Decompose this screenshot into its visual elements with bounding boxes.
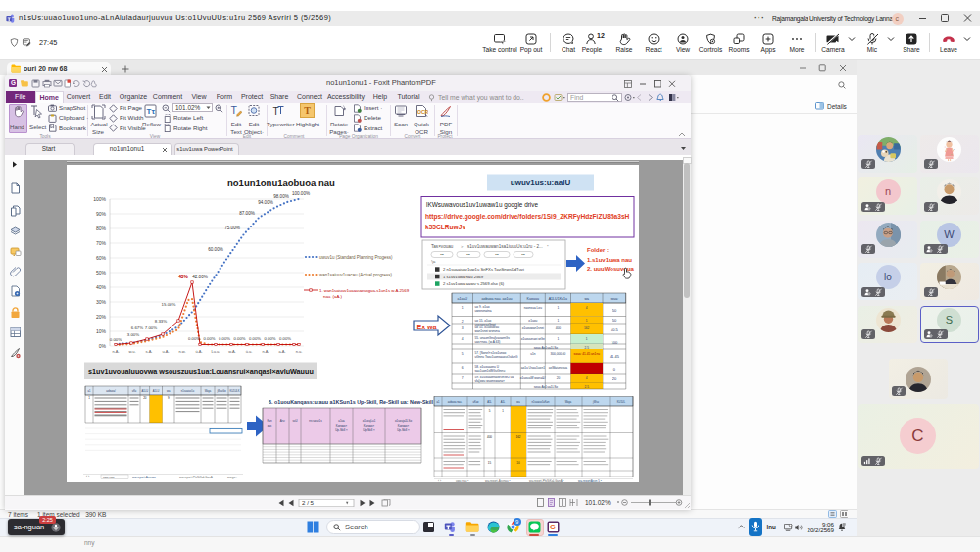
svg-text:n.w.: n.w. <box>178 349 185 354</box>
svg-text:k55CLRuwJv: k55CLRuwJv <box>425 224 466 230</box>
svg-text:a.A.: a.A. <box>278 349 285 354</box>
svg-text:3.00%: 3.00% <box>127 332 140 337</box>
svg-text:T: T <box>231 104 238 116</box>
svg-text:162: 162 <box>515 435 520 439</box>
svg-text:Aru:: Aru: <box>280 419 285 423</box>
svg-text:o1uouaW wana&#: o1uouaW wana&# <box>520 376 546 380</box>
svg-text:Kanqas×: Kanqas× <box>398 424 410 427</box>
svg-text:A1L: A1L <box>487 400 492 404</box>
svg-text:20%: 20% <box>96 314 107 320</box>
svg-text:w.A.: w.A. <box>228 349 236 354</box>
svg-text:uKuo: uKuo <box>472 400 479 404</box>
svg-text:ns:uoun1s: ns:uoun1s <box>309 419 322 423</box>
svg-text:30%: 30% <box>96 299 107 305</box>
svg-text:400: 400 <box>556 326 562 330</box>
svg-text:20: 20 <box>143 396 147 400</box>
svg-text:lKWsuwavous1uv1uwaw1u google d: lKWsuwavous1uv1uwaw1u google drive <box>426 201 538 209</box>
svg-text:n.A.: n.A. <box>262 349 269 354</box>
svg-text:nau. (aA.): nau. (aA.) <box>323 294 342 299</box>
svg-text:70%: 70% <box>96 240 107 246</box>
svg-text:41.45: 41.45 <box>610 354 620 359</box>
svg-text:101.02%: 101.02% <box>585 499 611 506</box>
svg-text:uwuv1u (Standard Planning Prog: uwuv1u (Standard Planning Progess) <box>319 255 393 260</box>
svg-text:Tas×vouau: Tas×vouau <box>431 244 454 249</box>
svg-text:s.A.: s.A. <box>146 349 153 354</box>
svg-text:2 s1uv1uwa aawu·s 2569.xlsx (: 2 s1uv1uwa aawu·s 2569.xlsx (6) <box>443 281 505 286</box>
svg-text:o1uouunaei wGe: o1uouunaei wGe <box>521 337 545 341</box>
svg-text:Waya: Waya <box>205 389 212 393</box>
svg-text:3: 3 <box>462 326 464 330</box>
svg-text:300,000.00: 300,000.00 <box>550 352 565 356</box>
svg-text:OCR: OCR <box>417 109 428 115</box>
svg-text:Kuouuu: Kuouuu <box>527 297 539 301</box>
svg-text:75.00%: 75.00% <box>224 226 240 230</box>
svg-text:ü.u.: ü.u. <box>246 349 253 354</box>
svg-text:15.00%: 15.00% <box>162 302 176 307</box>
svg-text:a1ua: a1ua <box>338 419 345 423</box>
svg-text:vuU: vuU <box>292 419 297 423</box>
svg-text:1: 1 <box>586 319 588 323</box>
svg-text:A1LU: A1LU <box>153 389 160 393</box>
svg-text:vla[owu wuonswana×: vla[owu wuonswana× <box>475 379 506 383</box>
svg-text:4: 4 <box>462 337 464 341</box>
svg-text:wa: wa <box>516 401 520 404</box>
svg-text:100.00%: 100.00% <box>292 191 310 196</box>
svg-text:8.33%: 8.33% <box>155 319 168 324</box>
svg-text:n1suaiuv1uKan: n1suaiuv1uKan <box>532 400 550 404</box>
svg-text:0.00%: 0.00% <box>204 336 216 341</box>
svg-text:40.5: 40.5 <box>611 327 619 332</box>
svg-text:1: 1 <box>462 306 464 310</box>
svg-text:wa-report-PhiSiKaLGanA •: wa-report-PhiSiKaLGanA • <box>529 479 564 482</box>
svg-text:0.00%: 0.00% <box>219 336 230 341</box>
svg-text:Up-Skill ×: Up-Skill × <box>363 428 375 432</box>
svg-text:87.00%: 87.00% <box>239 211 255 216</box>
svg-text:aobuoa/: aobuoa/ <box>106 389 116 393</box>
svg-text:15: 15 <box>488 461 492 465</box>
svg-text:sau1uon1sWGuGnnu: sau1uon1sWGuGnnu <box>475 369 506 373</box>
svg-text:42.00%: 42.00% <box>192 275 208 279</box>
svg-text:0.00%: 0.00% <box>188 336 200 341</box>
svg-text:5: 5 <box>462 352 464 356</box>
svg-text:Kanqas×: Kanqas× <box>364 424 375 427</box>
svg-text:Lu.u.: Lu.u. <box>212 349 220 354</box>
svg-text:wa-report-Asvnau •: wa-report-Asvnau • <box>132 476 158 479</box>
svg-text:6.67%: 6.67% <box>131 326 144 330</box>
svg-text:Folder :: Folder : <box>587 247 609 253</box>
svg-text:aobuoa nau.: aobuoa nau. <box>448 400 463 404</box>
svg-text:100: 100 <box>612 340 618 345</box>
svg-text:0.00%: 0.00% <box>249 336 261 341</box>
svg-text:2. uuuWosuvoua: 2. uuuWosuvoua <box>587 266 635 272</box>
svg-text:6: 6 <box>462 366 464 370</box>
svg-text:0.00%: 0.00% <box>265 336 276 341</box>
svg-text:uas×nou. (w.A.63): uas×nou. (w.A.63) <box>475 340 501 344</box>
svg-text:qas: qas <box>268 424 272 427</box>
svg-text:uGnnu Tsou1uonsauouOulunG: uGnnu Tsou1uonsauouOulunG <box>475 355 518 359</box>
svg-text:1 s1uv1uwa nau 2569: 1 s1uv1uwa nau 2569 <box>443 275 484 279</box>
svg-text:n.u.: n.u. <box>296 349 303 354</box>
svg-text:0.00%: 0.00% <box>234 336 246 341</box>
svg-text:A1LU1Ku1u: A1LU1Ku1u <box>549 297 567 301</box>
svg-text:Kanqas×: Kanqas× <box>336 424 348 427</box>
svg-text:7: 7 <box>462 376 464 380</box>
svg-text:*: * <box>547 244 549 249</box>
svg-text:20: 20 <box>557 376 561 380</box>
svg-text:1. wan1saiuuv1uaauuwuugua-s1un: 1. wan1saiuuv1uaauuwuugua-s1un1s w.A.256… <box>319 288 410 293</box>
svg-text:wa-report-Asvnau •: wa-report-Asvnau • <box>485 479 511 482</box>
svg-text:‹ ›: ‹ › <box>438 479 441 482</box>
svg-text:1: 1 <box>558 337 560 341</box>
svg-text:s1uv1uvoualuuovwa wsouszuus1ua: s1uv1uvoualuuovwa wsouszuus1ua:Louansrui… <box>88 367 314 376</box>
svg-text:a1auU: a1auU <box>457 297 467 301</box>
svg-text:Ex wa: Ex wa <box>417 324 437 330</box>
svg-text:no1un1onu1aobuoa nau: no1un1onu1aobuoa nau <box>227 177 335 188</box>
svg-text:4: 4 <box>586 306 588 310</box>
svg-text:A1L: A1L <box>501 400 506 404</box>
svg-text:!ja: !ja <box>431 259 436 264</box>
svg-text:KU1UL: KU1UL <box>617 400 626 404</box>
svg-text:wa-report-PhiSiKaLGanA •: wa-report-PhiSiKaLGanA • <box>179 476 214 479</box>
svg-text:1: 1 <box>558 319 560 323</box>
svg-text:T: T <box>273 106 279 117</box>
svg-text:2.5: 2.5 <box>585 346 590 350</box>
svg-text:G: G <box>11 79 16 86</box>
svg-text:Waya: Waya <box>565 400 572 404</box>
svg-text:Tτ: Tτ <box>147 107 156 116</box>
